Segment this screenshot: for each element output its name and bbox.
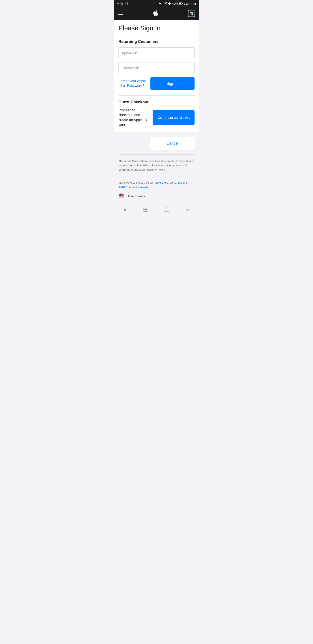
bottom-nav bbox=[114, 204, 199, 217]
region-label: United States bbox=[127, 194, 145, 198]
svg-rect-28 bbox=[165, 208, 169, 212]
svg-point-10 bbox=[191, 14, 192, 15]
reseller-link[interactable]: find a reseller bbox=[132, 186, 149, 189]
returning-customers-title: Returning Customers bbox=[118, 40, 195, 44]
svg-rect-3 bbox=[122, 3, 123, 5]
battery-percent: 49% bbox=[172, 2, 178, 5]
svg-rect-27 bbox=[146, 210, 148, 212]
more-ways-prefix: More ways to shop: Visit an bbox=[118, 181, 154, 184]
svg-rect-24 bbox=[144, 208, 146, 210]
svg-rect-2 bbox=[121, 2, 121, 5]
svg-rect-9 bbox=[182, 3, 183, 4]
guest-checkout-row: Proceed to checkout, and create an Apple… bbox=[118, 108, 195, 128]
cancel-button[interactable]: Cancel bbox=[150, 137, 195, 150]
overview-icon bbox=[165, 208, 169, 212]
svg-rect-8 bbox=[179, 3, 181, 4]
svg-rect-0 bbox=[117, 2, 119, 4]
sign-in-button[interactable]: Sign In bbox=[150, 77, 195, 90]
apple-logo-icon bbox=[153, 10, 158, 16]
password-input[interactable] bbox=[118, 62, 195, 74]
battery-icon bbox=[179, 2, 183, 5]
recent-apps-button[interactable] bbox=[143, 206, 149, 213]
menu-button[interactable] bbox=[118, 12, 123, 14]
more-ways-end: . bbox=[149, 186, 150, 189]
overview-button[interactable] bbox=[164, 206, 170, 213]
main-content: Please Sign In Returning Customers Forgo… bbox=[114, 20, 199, 132]
svg-rect-1 bbox=[120, 2, 120, 5]
title-divider bbox=[118, 35, 195, 35]
sign-in-row: Forgot your Apple ID or Password? Sign I… bbox=[118, 77, 195, 90]
recent-apps-icon bbox=[143, 208, 148, 212]
cart-notification-dot bbox=[193, 10, 195, 12]
svg-rect-15 bbox=[118, 194, 125, 194]
flag-icon: ★ bbox=[118, 193, 125, 199]
guest-checkout-title: Guest Checkout bbox=[118, 100, 195, 104]
more-ways-suffix: , or bbox=[128, 186, 132, 189]
forgot-link[interactable]: Forgot your Apple ID or Password? bbox=[118, 79, 147, 88]
cart-button[interactable] bbox=[188, 10, 195, 17]
mute-icon bbox=[159, 2, 162, 5]
home-dot-icon bbox=[124, 209, 126, 211]
more-ways-middle: , call bbox=[168, 181, 175, 184]
page-title: Please Sign In bbox=[118, 24, 195, 32]
us-flag: ★ bbox=[118, 193, 125, 199]
gray-divider-2 bbox=[118, 176, 195, 176]
back-button[interactable] bbox=[185, 206, 192, 213]
nfc-icon: N bbox=[124, 2, 128, 5]
wifi-icon bbox=[163, 2, 167, 5]
more-ways-text: More ways to shop: Visit an Apple Store,… bbox=[118, 180, 195, 190]
guest-description: Proceed to checkout, and create an Apple… bbox=[118, 108, 150, 128]
status-right: 49% 11:47 AM bbox=[159, 2, 196, 5]
home-button[interactable] bbox=[121, 206, 128, 213]
cart-icon bbox=[190, 12, 193, 16]
svg-rect-20 bbox=[118, 198, 125, 199]
svg-rect-19 bbox=[118, 197, 125, 198]
sim-icon bbox=[117, 2, 123, 5]
svg-rect-26 bbox=[144, 210, 146, 212]
status-left: N bbox=[117, 2, 128, 5]
continue-as-guest-button[interactable]: Continue as Guest bbox=[153, 110, 195, 125]
apple-id-input[interactable] bbox=[118, 48, 195, 59]
status-bar: N 49% 11:47 AM bbox=[114, 0, 199, 7]
svg-rect-25 bbox=[146, 208, 148, 210]
back-icon bbox=[186, 208, 190, 212]
svg-text:N: N bbox=[125, 2, 126, 4]
region-row: ★ United States bbox=[118, 193, 195, 199]
apple-store-link[interactable]: Apple Store bbox=[154, 181, 168, 184]
gray-divider-1 bbox=[118, 154, 195, 155]
time: 11:47 AM bbox=[184, 2, 196, 5]
svg-point-11 bbox=[192, 14, 193, 15]
apple-logo bbox=[153, 10, 158, 17]
security-text: The Apple Online Store uses industry-sta… bbox=[118, 159, 195, 172]
svg-rect-18 bbox=[118, 196, 125, 197]
section-divider bbox=[118, 95, 195, 96]
airplane-icon bbox=[168, 2, 171, 5]
nav-bar bbox=[114, 7, 199, 20]
gray-section: Cancel The Apple Online Store uses indus… bbox=[114, 132, 199, 204]
